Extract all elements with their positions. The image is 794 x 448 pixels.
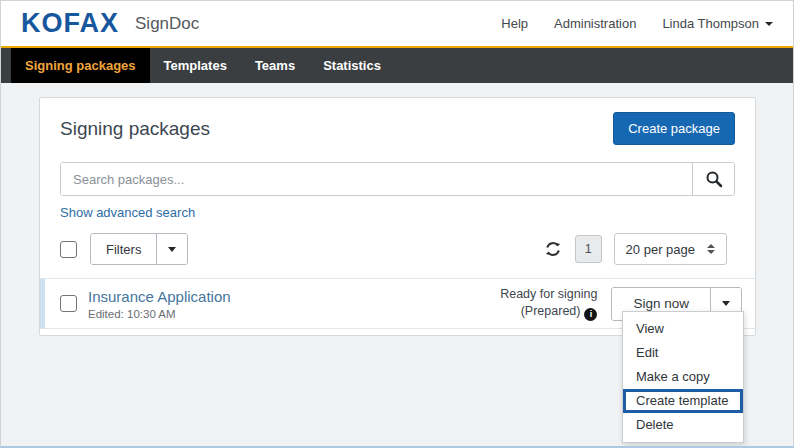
menu-item-view[interactable]: View bbox=[623, 317, 743, 341]
refresh-icon bbox=[543, 239, 563, 259]
tab-statistics[interactable]: Statistics bbox=[309, 48, 395, 83]
help-link[interactable]: Help bbox=[501, 16, 528, 31]
search-icon bbox=[705, 170, 723, 188]
menu-item-make-a-copy[interactable]: Make a copy bbox=[623, 365, 743, 389]
product-name: SignDoc bbox=[135, 14, 199, 34]
row-actions-menu: View Edit Make a copy Create template De… bbox=[622, 311, 744, 443]
status-line-1: Ready for signing bbox=[500, 286, 597, 303]
administration-link[interactable]: Administration bbox=[554, 16, 636, 31]
tab-signing-packages[interactable]: Signing packages bbox=[11, 48, 150, 83]
filters-split-button: Filters bbox=[90, 233, 188, 265]
refresh-button[interactable] bbox=[543, 239, 563, 259]
package-status: Ready for signing (Prepared)i bbox=[500, 286, 597, 321]
filters-dropdown-button[interactable] bbox=[156, 234, 187, 264]
tab-teams[interactable]: Teams bbox=[241, 48, 309, 83]
user-menu[interactable]: Linda Thompson bbox=[662, 16, 773, 31]
filters-button[interactable]: Filters bbox=[91, 234, 156, 264]
main-nav: Signing packages Templates Teams Statist… bbox=[1, 48, 793, 83]
menu-item-edit[interactable]: Edit bbox=[623, 341, 743, 365]
create-package-button[interactable]: Create package bbox=[613, 112, 735, 145]
package-info: Insurance Application Edited: 10:30 AM bbox=[88, 288, 231, 320]
header-links: Help Administration Linda Thompson bbox=[501, 16, 773, 31]
kofax-logo: KOFAX bbox=[21, 8, 119, 39]
per-page-select[interactable]: 20 per page bbox=[614, 233, 727, 265]
chevron-down-icon bbox=[168, 247, 176, 252]
status-line-2: (Prepared)i bbox=[500, 303, 597, 321]
tab-templates[interactable]: Templates bbox=[150, 48, 241, 83]
chevron-down-icon bbox=[765, 22, 773, 26]
top-header: KOFAX SignDoc Help Administration Linda … bbox=[1, 1, 793, 46]
per-page-value: 20 per page bbox=[626, 242, 695, 257]
page-title: Signing packages bbox=[60, 118, 210, 140]
signing-packages-panel: Signing packages Create package Show adv… bbox=[39, 97, 756, 336]
app-window: KOFAX SignDoc Help Administration Linda … bbox=[0, 0, 794, 448]
select-all-checkbox[interactable] bbox=[60, 241, 77, 258]
search-button[interactable] bbox=[692, 163, 734, 195]
row-checkbox[interactable] bbox=[60, 295, 77, 312]
user-name: Linda Thompson bbox=[662, 16, 759, 31]
sort-arrows-icon bbox=[707, 244, 715, 254]
advanced-search-link[interactable]: Show advanced search bbox=[60, 205, 195, 220]
menu-item-delete[interactable]: Delete bbox=[623, 413, 743, 437]
package-edited-timestamp: Edited: 10:30 AM bbox=[88, 308, 231, 320]
panel-header: Signing packages Create package bbox=[40, 98, 755, 145]
info-icon[interactable]: i bbox=[584, 308, 597, 321]
search-input[interactable] bbox=[61, 163, 692, 195]
page-number-button[interactable]: 1 bbox=[575, 235, 602, 263]
menu-item-create-template[interactable]: Create template bbox=[623, 389, 743, 413]
row-accent-bar bbox=[40, 279, 45, 328]
pagination-controls: 1 20 per page bbox=[543, 233, 735, 265]
content-area: Signing packages Create package Show adv… bbox=[1, 83, 793, 336]
chevron-down-icon bbox=[722, 301, 730, 306]
package-title-link[interactable]: Insurance Application bbox=[88, 288, 231, 305]
list-toolbar: Filters 1 bbox=[60, 233, 735, 265]
search-bar bbox=[60, 162, 735, 196]
